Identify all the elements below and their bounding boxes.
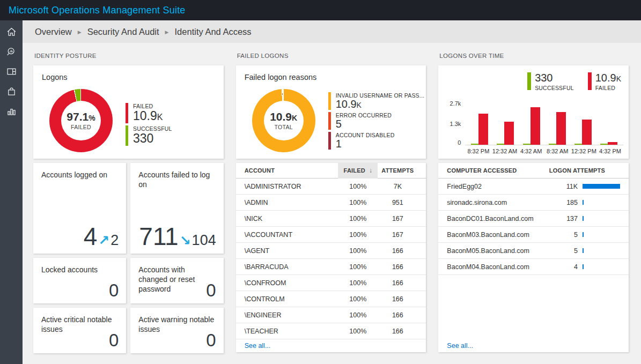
computer-cell: BaconDC01.BaconLand.com: [447, 215, 553, 222]
account-cell: \CONTROLM: [245, 295, 338, 303]
failed-logon-reasons-card[interactable]: Failed logon reasons 10.9K TOTAL INVALID…: [236, 65, 426, 159]
logons-over-time-card[interactable]: 330SUCCESSFUL10.9KFAILED 2.7k1.3k0 8:32 …: [438, 65, 629, 159]
tile-value: 0: [109, 331, 119, 350]
legend-color-bar: [126, 103, 128, 123]
failed-reasons-donut-chart: 10.9K TOTAL: [252, 89, 315, 152]
tile-title: Accounts failed to log on: [138, 170, 215, 189]
app-title: Microsoft Operations Management Suite: [0, 0, 186, 20]
computer-accessed-row[interactable]: BaconDC01.BaconLand.com137: [438, 211, 629, 227]
failed-cell: 100%: [338, 295, 378, 303]
tile-locked-accounts[interactable]: Locked accounts 0: [33, 258, 126, 303]
failed-cell: 100%: [338, 311, 378, 319]
computer-cell: sironadc.sirona.com: [447, 199, 553, 206]
computer-accessed-row[interactable]: BaconM04.BaconLand.com4: [438, 259, 629, 275]
tile-active-warning-issues[interactable]: Active warning notable issues 0: [130, 308, 223, 353]
column-header-attempts[interactable]: ATTEMPTS: [378, 167, 417, 174]
attempts-cell: 7K: [378, 183, 417, 190]
legend-total: 330: [535, 72, 574, 83]
tile-accounts-logged-on[interactable]: Accounts logged on 4 ↗ 2: [33, 163, 126, 254]
failed-account-row[interactable]: \BARRACUDA100%166: [236, 259, 426, 275]
x-axis-label: 12:32 PM: [571, 148, 597, 154]
failed-bar: [478, 114, 488, 145]
successful-bar: [600, 144, 608, 145]
tile-value: 0: [206, 331, 216, 350]
donut-center-value: 97.1: [67, 110, 89, 123]
identity-tiles: Accounts logged on 4 ↗ 2 Accounts failed…: [33, 163, 224, 353]
computer-accessed-row[interactable]: BaconM03.BaconLand.com5: [438, 227, 629, 243]
tile-title: Accounts with changed or reset password: [138, 265, 215, 294]
failed-account-row[interactable]: \NICK100%167: [236, 211, 426, 227]
attempts-bar: [583, 216, 620, 221]
solutions-gallery-icon[interactable]: [0, 81, 23, 101]
failed-account-row[interactable]: \ENGINEER100%166: [236, 307, 426, 323]
y-axis-tick: 1.3k: [445, 121, 461, 127]
tile-value: 711: [139, 223, 178, 250]
x-axis-label: 4:32 PM: [597, 148, 623, 154]
attempts-cell: 185: [553, 199, 578, 206]
failed-account-row[interactable]: \CONFROOM100%166: [236, 275, 426, 291]
usage-icon[interactable]: [0, 101, 23, 121]
successful-bar: [549, 144, 556, 145]
y-axis-tick: 2.7k: [445, 100, 461, 107]
tile-title: Active warning notable issues: [138, 315, 215, 334]
tile-active-critical-issues[interactable]: Active critical notable issues 0: [33, 308, 126, 353]
failed-account-row[interactable]: \AGENT100%166: [236, 243, 426, 259]
tile-accounts-failed-to-log-on[interactable]: Accounts failed to log on 711 ↘ 104: [130, 163, 223, 254]
logons-card-title: Logons: [42, 73, 215, 81]
column-header-computer-accessed[interactable]: COMPUTER ACCESSED: [447, 167, 517, 174]
failed-account-row[interactable]: \CONTROLM100%166: [236, 291, 426, 307]
attempts-cell: 167: [378, 215, 417, 222]
failed-account-row[interactable]: \ACCOUNTANT100%167: [236, 227, 426, 243]
breadcrumb-item-identity-and-access[interactable]: Identity And Access: [175, 27, 252, 37]
computer-accessed-row[interactable]: FriedEgg0211K: [438, 179, 629, 195]
failed-account-row[interactable]: \ADMINISTRATOR100%7K: [236, 179, 426, 195]
legend-value: 10.9K: [133, 109, 163, 122]
computer-cell: FriedEgg02: [447, 183, 553, 190]
attempts-bar: [583, 248, 620, 254]
legend-value: 330: [133, 132, 172, 145]
log-search-icon[interactable]: [0, 42, 23, 62]
bar-group: [519, 107, 544, 145]
failed-cell: 100%: [338, 328, 378, 335]
failed-account-row[interactable]: \ADMIN100%951: [236, 195, 426, 211]
failed-bar: [556, 112, 566, 145]
breadcrumb: Overview ▶ Security And Audit ▶ Identity…: [23, 20, 641, 43]
donut-center-label: TOTAL: [274, 124, 292, 130]
failed-account-row[interactable]: \TEACHER100%166: [236, 323, 426, 339]
column-header-failed[interactable]: FAILED ↓: [338, 163, 378, 179]
breadcrumb-item-overview[interactable]: Overview: [35, 27, 72, 37]
legend-color-bar: [328, 112, 331, 130]
attempts-cell: 166: [378, 328, 417, 335]
app-header: Microsoft Operations Management Suite: [0, 0, 641, 20]
x-axis-label: 8:32 PM: [465, 148, 491, 154]
computer-accessed-row[interactable]: sironadc.sirona.com185: [438, 195, 629, 211]
reasons-card-title: Failed logon reasons: [245, 73, 418, 81]
chevron-right-icon: ▶: [78, 28, 82, 35]
dashboard-icon[interactable]: [0, 62, 23, 81]
attempts-cell: 951: [378, 199, 417, 206]
trend-down-icon: ↘: [180, 233, 191, 248]
account-cell: \ENGINEER: [245, 311, 338, 319]
donut-center-label: FAILED: [71, 124, 91, 130]
logons-over-time-column: LOGONS OVER TIME 330SUCCESSFUL10.9KFAILE…: [438, 43, 629, 364]
failed-bar: [504, 122, 514, 145]
attempts-bar: [583, 232, 620, 237]
legend-value: 1: [336, 138, 395, 150]
column-header-account[interactable]: ACCOUNT: [245, 167, 338, 174]
identity-posture-column: IDENTITY POSTURE Logons 97.1% FAILED FAI…: [33, 43, 224, 364]
computer-cell: BaconM05.BaconLand.com: [447, 247, 553, 255]
failed-cell: 100%: [338, 263, 378, 271]
computer-accessed-row[interactable]: BaconM05.BaconLand.com5: [438, 243, 629, 259]
home-icon[interactable]: [0, 22, 23, 42]
see-all-link[interactable]: See all...: [236, 339, 426, 352]
x-axis-label: 12:32 AM: [491, 148, 518, 154]
column-header-logon-attempts[interactable]: LOGON ATTEMPTS: [549, 167, 620, 174]
account-cell: \CONFROOM: [245, 279, 338, 287]
breadcrumb-item-security-and-audit[interactable]: Security And Audit: [87, 27, 159, 37]
logons-card[interactable]: Logons 97.1% FAILED FAILED10.9KSUCCESSFU…: [33, 65, 224, 159]
attempts-cell: 4: [553, 263, 578, 271]
see-all-link[interactable]: See all...: [438, 339, 629, 352]
tile-accounts-changed-password[interactable]: Accounts with changed or reset password …: [130, 258, 223, 303]
legend-total: 10.9K: [595, 72, 621, 83]
computer-cell: BaconM03.BaconLand.com: [447, 231, 553, 239]
